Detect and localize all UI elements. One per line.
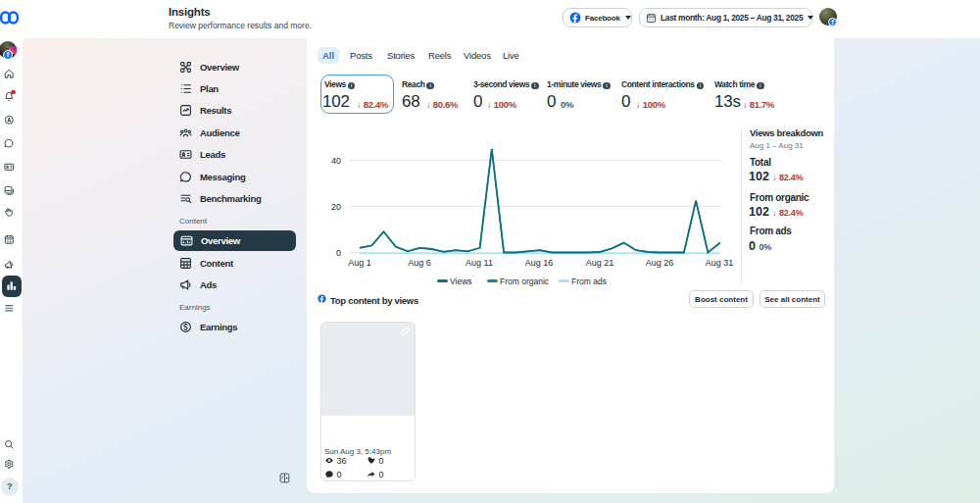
svg-text:Aug 16: Aug 16 xyxy=(525,258,554,268)
svg-text:Aug 6: Aug 6 xyxy=(408,258,431,268)
svg-text:Aug 26: Aug 26 xyxy=(646,258,674,268)
svg-text:Aug 31: Aug 31 xyxy=(706,258,734,268)
svg-text:Aug 11: Aug 11 xyxy=(466,258,493,268)
svg-text:Aug 21: Aug 21 xyxy=(586,258,614,268)
svg-text:Aug 1: Aug 1 xyxy=(348,258,371,268)
svg-text:20: 20 xyxy=(331,202,341,212)
svg-text:40: 40 xyxy=(331,156,341,166)
svg-text:0: 0 xyxy=(336,248,341,258)
